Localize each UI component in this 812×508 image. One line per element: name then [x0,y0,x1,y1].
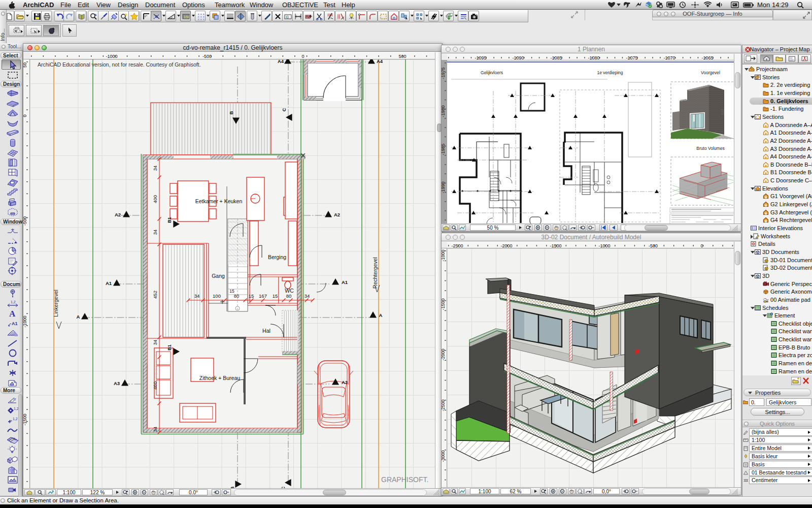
svg-text:-1500: -1500 [550,243,561,248]
svg-text:A1: A1 [342,279,348,285]
svg-text:B1: B1 [167,344,172,351]
svg-text:34: 34 [152,230,158,235]
svg-text:-1985: -1985 [442,143,446,155]
svg-text:-1500: -1500 [23,414,27,425]
svg-text:-2000: -2000 [442,348,446,360]
svg-text:Linkergevel: Linkergevel [53,290,59,317]
svg-text:0: 0 [301,54,304,59]
svg-text:Hal: Hal [262,328,270,334]
svg-text:400: 400 [152,195,158,203]
svg-text:-1095: -1095 [475,55,486,60]
svg-text:1,2: 1,2 [11,300,16,304]
svg-text:-1000: -1000 [106,54,117,59]
svg-text:Rechtergevel: Rechtergevel [372,257,378,289]
svg-text:452: 452 [152,291,158,299]
svg-text:-1975: -1975 [442,67,446,79]
svg-text:Gang: Gang [212,273,225,279]
svg-text:34: 34 [152,166,158,171]
svg-text:0: 0 [700,243,703,248]
svg-text:WC: WC [285,288,294,294]
svg-text:80: 80 [286,293,292,299]
svg-text:-500: -500 [649,243,658,248]
svg-text:15: 15 [273,293,278,299]
svg-text:0: 0 [23,114,27,117]
svg-text:15: 15 [229,289,234,294]
svg-text:-1000: -1000 [598,243,610,248]
svg-text:-1500: -1500 [442,298,446,310]
svg-text:34: 34 [152,340,158,345]
svg-text:-1990: -1990 [442,181,446,193]
svg-text:B1: B1 [167,217,172,223]
svg-text:460: 460 [152,382,158,390]
svg-text:ArchiCAD Educational version,: ArchiCAD Educational version, not for re… [38,61,201,68]
svg-text:-1070: -1070 [663,55,675,60]
svg-text:-500: -500 [23,216,27,226]
svg-text:Berging: Berging [268,254,286,260]
svg-text:34: 34 [152,427,158,432]
svg-text:A4: A4 [278,59,284,64]
svg-text:150: 150 [184,15,190,19]
svg-text:1,2: 1,2 [13,417,18,421]
svg-text:-3000: -3000 [442,450,446,462]
svg-text:Gelijkvloers: Gelijkvloers [481,70,503,75]
svg-text:A2: A2 [334,212,340,217]
svg-text:34: 34 [304,293,310,299]
svg-text:-1065: -1065 [701,55,713,60]
svg-text:-1075: -1075 [626,55,637,60]
svg-text:GRAPHISOFT.: GRAPHISOFT. [381,475,428,484]
svg-text:15: 15 [249,293,254,299]
svg-text:-2000: -2000 [500,243,512,248]
svg-text:A: A [9,309,16,318]
svg-text:1e verdieping: 1e verdieping [597,70,623,75]
svg-text:-1085: -1085 [550,55,562,60]
svg-text:A4: A4 [377,59,383,64]
svg-text:34: 34 [194,293,200,299]
svg-text:-2500: -2500 [442,399,446,411]
svg-text:B: B [228,111,234,114]
svg-text:-2500: -2500 [451,243,463,248]
svg-text:A3: A3 [114,380,120,386]
svg-text:ID: ID [286,15,289,19]
svg-text:A3: A3 [342,379,348,385]
svg-text:-1090: -1090 [512,55,524,60]
svg-text:-1980: -1980 [442,105,446,117]
svg-text:Voorgevel: Voorgevel [701,70,720,75]
svg-text:A: A [77,314,80,320]
svg-text:167: 167 [259,293,267,299]
svg-text:A1: A1 [12,321,18,326]
svg-text:500: 500 [398,54,406,59]
svg-text:A1: A1 [106,280,112,286]
svg-text:100: 100 [213,293,221,299]
svg-text:-1000: -1000 [442,249,446,261]
svg-text:C: C [281,108,287,111]
svg-text:-500: -500 [202,54,212,59]
svg-text:Eetkamer + Keuken: Eetkamer + Keuken [195,198,243,204]
svg-text:50: 50 [23,62,27,68]
svg-text:Zithoek + Bureau: Zithoek + Bureau [199,375,240,381]
svg-text:A2: A2 [115,212,121,217]
svg-text:Bruto Volumes: Bruto Volumes [696,146,724,151]
svg-text:80: 80 [234,293,240,299]
svg-text:-1000: -1000 [23,315,27,327]
svg-text:α: α [14,397,16,401]
svg-text:A: A [379,312,383,318]
svg-text:-1080: -1080 [588,55,599,60]
